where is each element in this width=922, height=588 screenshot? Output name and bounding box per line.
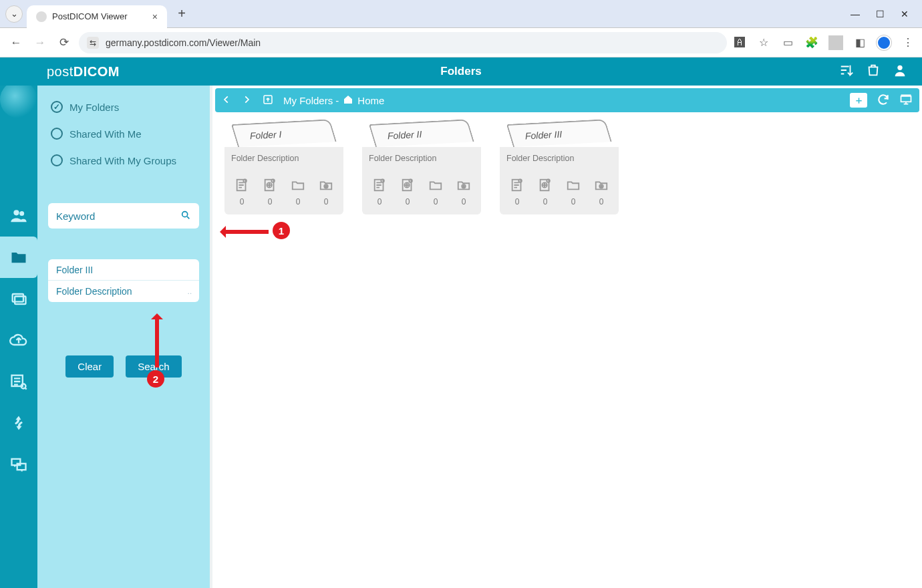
radio-my-folders[interactable]: My Folders — [48, 96, 199, 118]
rail-monitors-icon[interactable] — [0, 444, 37, 485]
globe-folder-icon — [594, 178, 609, 195]
radio-checked-icon — [51, 101, 63, 113]
toolbar-separator — [828, 35, 843, 50]
nav-back-button[interactable]: ← — [7, 33, 25, 52]
rail-upload-icon[interactable] — [0, 319, 37, 361]
rail-worklist-icon[interactable] — [0, 361, 37, 402]
rail-logo — [0, 86, 37, 114]
window-close-icon[interactable]: ✕ — [901, 9, 909, 19]
folder-grid: Folder I Folder Description 0 0 0 0 Fold… — [212, 115, 922, 224]
folder-icon — [428, 178, 443, 195]
window-controls: — ☐ ✕ — [851, 9, 917, 19]
main-content: My Folders - Home ＋ Folder I Folder Desc… — [210, 86, 922, 588]
resize-handle-icon[interactable]: . . — [188, 288, 191, 295]
svg-rect-11 — [901, 96, 911, 102]
sidepanel-icon[interactable]: ◧ — [853, 35, 867, 50]
user-icon[interactable] — [893, 63, 907, 80]
url-bar[interactable]: ⇆ germany.postdicom.com/Viewer/Main — [79, 32, 727, 53]
nav-rail — [0, 57, 37, 588]
folder-card[interactable]: Folder II Folder Description 0 0 0 0 — [362, 124, 481, 214]
window-minimize-icon[interactable]: — — [851, 9, 860, 19]
path-up-icon[interactable] — [262, 94, 274, 108]
extensions-icon[interactable]: 🧩 — [804, 35, 819, 50]
path-back-icon[interactable] — [222, 95, 231, 106]
profile-avatar[interactable] — [877, 35, 891, 50]
folder-name-value: Folder III — [56, 265, 93, 275]
site-info-icon[interactable]: ⇆ — [87, 37, 99, 49]
folder-description: Folder Description — [231, 151, 337, 170]
trash-icon[interactable] — [866, 63, 881, 80]
svg-point-0 — [897, 65, 902, 70]
doc-icon — [510, 178, 524, 195]
sidebar-panel: My Folders Shared With Me Shared With My… — [37, 57, 210, 588]
folder-description: Folder Description — [369, 151, 474, 170]
sort-icon[interactable] — [839, 63, 854, 80]
rail-folders-icon[interactable] — [0, 237, 37, 278]
svg-point-9 — [182, 211, 188, 216]
projector-icon[interactable] — [899, 93, 913, 108]
brand-logo: postDICOM — [47, 64, 120, 80]
path-forward-icon[interactable] — [242, 95, 251, 106]
folder-description: Folder Description — [506, 151, 612, 170]
radio-icon — [51, 154, 63, 166]
screen-icon[interactable]: ▭ — [780, 35, 795, 50]
translate-icon[interactable]: 🅰 — [732, 35, 747, 50]
radio-icon — [51, 128, 63, 140]
tab-close-icon[interactable]: × — [152, 11, 158, 22]
radio-shared-with-me[interactable]: Shared With Me — [48, 123, 199, 144]
browser-tab-strip: ⌄ PostDICOM Viewer × + — ☐ ✕ — [0, 0, 922, 28]
keyword-search-input[interactable]: Keyword — [48, 203, 199, 229]
breadcrumb-root[interactable]: My Folders - — [283, 95, 339, 106]
globe-doc-icon — [538, 178, 553, 195]
radio-shared-with-groups[interactable]: Shared With My Groups — [48, 150, 199, 171]
folder-card[interactable]: Folder III Folder Description 0 0 0 0 — [500, 124, 619, 214]
rail-cards-icon[interactable] — [0, 278, 37, 319]
breadcrumb: My Folders - Home — [283, 94, 384, 107]
svg-point-16 — [271, 179, 275, 182]
search-icon[interactable] — [180, 210, 191, 223]
bookmark-star-icon[interactable]: ☆ — [756, 35, 771, 50]
svg-point-13 — [243, 179, 247, 182]
svg-point-1 — [13, 210, 19, 215]
globe-folder-icon — [319, 178, 333, 195]
folder-card[interactable]: Folder I Folder Description 0 0 0 0 — [224, 124, 343, 214]
radio-label: Shared With My Groups — [69, 155, 176, 166]
nav-forward-button[interactable]: → — [31, 33, 49, 52]
svg-point-2 — [19, 211, 24, 216]
browser-tab[interactable]: PostDICOM Viewer × — [27, 5, 167, 28]
refresh-icon[interactable] — [877, 93, 890, 108]
tab-title: PostDICOM Viewer — [52, 11, 127, 21]
folder-name: Folder III — [525, 129, 563, 142]
folder-name: Folder I — [250, 129, 282, 141]
folder-name-input[interactable]: Folder III — [48, 259, 199, 281]
browser-toolbar: ← → ⟳ ⇆ germany.postdicom.com/Viewer/Mai… — [0, 28, 922, 57]
folder-desc-value: Folder Description — [56, 286, 132, 297]
folder-toolbar: My Folders - Home ＋ — [215, 88, 919, 112]
doc-icon — [372, 178, 387, 195]
rail-users-icon[interactable] — [0, 195, 37, 237]
folder-icon — [291, 178, 305, 195]
window-maximize-icon[interactable]: ☐ — [876, 9, 885, 19]
tab-list-dropdown[interactable]: ⌄ — [5, 5, 23, 23]
radio-label: My Folders — [69, 102, 119, 113]
folder-desc-input[interactable]: Folder Description . . — [48, 281, 199, 302]
filter-inputs: Folder III Folder Description . . — [48, 259, 199, 302]
home-icon[interactable] — [343, 94, 353, 107]
keyword-placeholder: Keyword — [56, 210, 95, 222]
url-text: germany.postdicom.com/Viewer/Main — [106, 37, 261, 48]
doc-icon — [235, 178, 249, 195]
breadcrumb-home[interactable]: Home — [357, 95, 384, 106]
rail-sync-icon[interactable] — [0, 402, 37, 444]
clear-button[interactable]: Clear — [65, 355, 114, 378]
globe-doc-icon — [400, 178, 415, 195]
new-tab-button[interactable]: + — [172, 5, 191, 23]
browser-menu-icon[interactable]: ⋮ — [901, 35, 915, 50]
nav-reload-button[interactable]: ⟳ — [55, 33, 73, 52]
add-folder-button[interactable]: ＋ — [850, 93, 867, 108]
radio-label: Shared With Me — [69, 128, 142, 140]
page-title: Folders — [440, 65, 481, 78]
app-body: My Folders Shared With Me Shared With My… — [0, 57, 922, 588]
globe-doc-icon — [263, 178, 277, 195]
folder-icon — [566, 178, 581, 195]
tab-favicon — [36, 11, 47, 22]
